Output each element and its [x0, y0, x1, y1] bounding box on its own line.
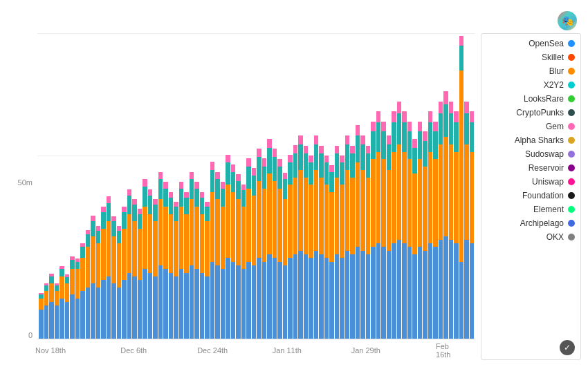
bar-segment [387, 135, 392, 144]
bar-segment [470, 243, 475, 339]
bar-segment [273, 258, 277, 339]
chart-area: 50m 0 Nov 18thDec 6thDec 24thJan 11thJan… [11, 33, 581, 360]
bar-group [169, 33, 174, 339]
bar-segment [340, 185, 344, 258]
legend-item-label: Sudoswap [486, 149, 564, 159]
legend-dot [568, 164, 575, 171]
bar-segment [402, 152, 407, 244]
bar-segment [194, 189, 199, 207]
bar-segment [412, 254, 417, 339]
bar-segment [407, 122, 412, 132]
bar-segment [96, 243, 101, 288]
x-axis-label: Feb 16th [436, 342, 462, 359]
x-axis-label: Nov 18th [35, 346, 66, 355]
bar-segment [324, 185, 329, 258]
bar-segment [350, 254, 355, 339]
bar-segment [345, 251, 350, 339]
bar-segment [443, 236, 448, 339]
bar-group [194, 33, 199, 339]
bar-segment [55, 305, 59, 339]
bar-group [314, 33, 319, 339]
bar-segment [59, 276, 64, 299]
bar-segment [319, 146, 324, 154]
bar-segment [428, 111, 433, 122]
bar-segment [402, 243, 407, 339]
bar-segment [329, 262, 334, 339]
bar-group [215, 33, 220, 339]
legend-item-label: CryptoPunks [486, 108, 564, 117]
bar-segment [340, 156, 344, 163]
bar-group [329, 33, 334, 339]
bar-segment [428, 152, 433, 244]
bar-segment [345, 144, 350, 170]
bar-segment [158, 265, 163, 339]
bar-segment [194, 207, 199, 269]
bar-segment [174, 207, 178, 221]
bar-segment [397, 113, 402, 144]
bar-segment [298, 144, 303, 170]
bar-segment [75, 262, 80, 270]
bar-segment [210, 162, 215, 170]
bar-segment [418, 159, 423, 247]
legend-scroll[interactable]: OpenSea Skillet Blur X2Y2 LooksRare Cryp… [481, 34, 580, 359]
bar-segment [392, 243, 396, 339]
bar-segment [246, 189, 251, 262]
x-axis: Nov 18thDec 6thDec 24thJan 11thJan 29thF… [37, 341, 475, 360]
checkmark-button[interactable]: ✓ [560, 340, 575, 355]
bar-segment [252, 168, 257, 176]
bar-segment [111, 236, 116, 284]
bar-group [293, 33, 298, 339]
bar-group [138, 33, 143, 339]
legend-item: X2Y2 [481, 78, 580, 92]
bar-segment [111, 283, 116, 339]
legend-item-label: OKX [486, 232, 564, 242]
x-axis-label: Jan 11th [273, 346, 302, 355]
bar-segment [194, 269, 199, 339]
bar-segment [179, 182, 184, 189]
bar-segment [433, 122, 438, 132]
bar-segment [454, 122, 459, 151]
bar-segment [443, 91, 448, 104]
legend-item: CryptoPunks [481, 106, 580, 120]
bar-segment [366, 178, 371, 254]
bar-segment [127, 189, 132, 196]
bar-segment [122, 280, 127, 339]
bar-group [407, 33, 412, 339]
bar-group [304, 33, 309, 339]
bar-segment [267, 254, 272, 339]
bar-segment [190, 265, 194, 339]
bar-segment [293, 254, 298, 339]
bar-segment [381, 122, 386, 132]
bar-segment [75, 299, 80, 339]
legend-item-label: Element [486, 205, 564, 214]
user-block: 🎭 [558, 11, 581, 30]
bar-group [412, 33, 417, 339]
bar-segment [107, 276, 111, 339]
legend-item-label: OpenSea [486, 39, 564, 48]
x-axis-label: Jan 29th [351, 346, 380, 355]
bar-segment [459, 36, 464, 46]
bar-segment [356, 162, 360, 247]
bar-segment [412, 173, 417, 254]
bar-segment [117, 288, 122, 339]
bar-segment [49, 276, 54, 284]
bar-segment [138, 229, 143, 280]
bar-group [449, 33, 454, 339]
bar-segment [335, 178, 340, 254]
bar-segment [257, 149, 261, 157]
bar-segment [174, 221, 178, 276]
bar-group [200, 33, 205, 339]
bar-segment [288, 162, 293, 185]
bar-segment [257, 258, 261, 339]
bar-group [283, 33, 288, 339]
bar-segment [215, 199, 220, 265]
legend-item: Blur [481, 64, 580, 78]
bar-segment [464, 102, 469, 113]
bar-segment [210, 170, 215, 192]
bar-group [49, 33, 54, 339]
bar-group [86, 33, 91, 339]
bar-segment [236, 265, 241, 339]
bar-group [122, 33, 127, 339]
legend-dot [568, 137, 575, 144]
bar-segment [210, 262, 215, 339]
